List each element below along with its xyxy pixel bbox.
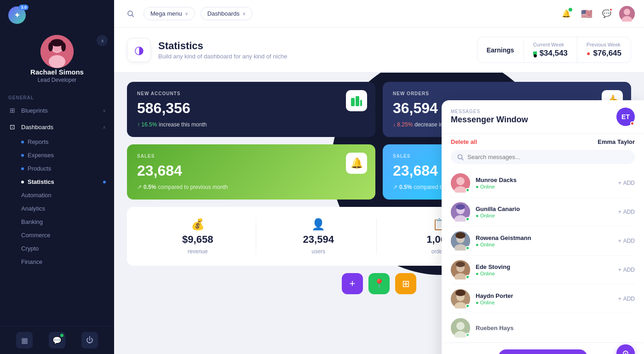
search-btn[interactable] bbox=[123, 6, 138, 21]
contact-online-dot bbox=[466, 304, 470, 308]
contact-name: Ede Stoving bbox=[476, 263, 613, 270]
add-contact-icon: + bbox=[618, 238, 621, 244]
svg-rect-14 bbox=[360, 100, 362, 106]
dashboards-btn[interactable]: Dashboards ∨ bbox=[201, 7, 253, 20]
calendar-btn[interactable]: ▦ bbox=[16, 332, 33, 348]
page-title: Statistics bbox=[158, 40, 287, 52]
svg-point-31 bbox=[456, 262, 465, 267]
crypto-label: Crypto bbox=[21, 245, 39, 252]
notifications-btn[interactable]: 🔔 bbox=[558, 6, 574, 22]
table-action-btn[interactable]: ⊞ bbox=[395, 273, 416, 294]
sidebar-item-dashboards[interactable]: ⊡ Dashboards ∧ bbox=[0, 119, 114, 135]
logo-icon: ✦ 3.0 bbox=[8, 6, 26, 24]
messenger-notification-dot bbox=[630, 121, 634, 126]
sidebar-profile: ∧ Rachael Simons Lead Developer bbox=[0, 30, 114, 91]
chat-icon: 💬 bbox=[52, 336, 62, 345]
sidebar-item-reports[interactable]: Reports bbox=[21, 135, 114, 148]
contact-online-dot bbox=[466, 217, 470, 221]
messages-btn[interactable]: 💬 bbox=[599, 6, 615, 22]
sidebar-item-analytics[interactable]: Analytics bbox=[21, 202, 114, 215]
mini-stat-revenue: 💰 $9,658 revenue bbox=[140, 218, 256, 255]
blueprints-chevron-icon: ∨ bbox=[103, 108, 106, 113]
stat-change-accounts: ↑ 16.5% increase this month bbox=[137, 121, 365, 128]
delete-all-btn[interactable]: Delete all bbox=[451, 138, 477, 145]
contact-avatar bbox=[451, 202, 470, 222]
sidebar-item-commerce[interactable]: Commerce bbox=[21, 228, 114, 242]
users-icon: 👤 bbox=[311, 218, 325, 231]
calendar-icon: ▦ bbox=[21, 336, 28, 345]
reports-dot bbox=[21, 141, 24, 143]
add-contact-icon: + bbox=[618, 209, 621, 215]
stat-label-sales-green: SALES bbox=[137, 154, 365, 159]
add-contact-btn[interactable]: + ADD bbox=[618, 209, 635, 215]
dashboards-chevron-icon: ∨ bbox=[242, 11, 246, 16]
current-week-label: Current Week bbox=[533, 42, 568, 47]
contact-status: ● Online bbox=[476, 271, 613, 276]
stat-label-accounts: NEW ACCOUNTS bbox=[137, 91, 365, 96]
view-all-participants-btn[interactable]: View all participants → bbox=[498, 349, 587, 354]
contact-name: Rowena Geistmann bbox=[476, 234, 613, 241]
products-label: Products bbox=[28, 165, 51, 172]
topbar-right: 🔔 🇺🇸 💬 bbox=[558, 6, 635, 22]
sidebar-logo: ✦ 3.0 bbox=[0, 0, 114, 30]
contact-status: ● Online bbox=[476, 213, 613, 218]
location-action-btn[interactable]: 📍 bbox=[368, 273, 390, 294]
contact-info: Gunilla Canario ● Online bbox=[476, 206, 613, 218]
chat-btn[interactable]: 💬 bbox=[49, 332, 65, 348]
contact-online-dot bbox=[466, 188, 470, 192]
contact-info: Haydn Porter ● Online bbox=[476, 292, 613, 305]
messenger-user-avatar[interactable]: ET bbox=[616, 108, 635, 126]
contact-name: Haydn Porter bbox=[476, 292, 613, 299]
sidebar-item-automation[interactable]: Automation bbox=[21, 188, 114, 202]
add-icon: + bbox=[350, 278, 356, 290]
sidebar-item-blueprints[interactable]: ⊞ Blueprints ∨ bbox=[0, 102, 114, 119]
stat-value-accounts: 586,356 bbox=[137, 100, 365, 117]
sidebar-item-expenses[interactable]: Expenses bbox=[21, 148, 114, 162]
add-action-btn[interactable]: + bbox=[342, 273, 363, 294]
sidebar-item-products[interactable]: Products bbox=[21, 162, 114, 175]
svg-rect-12 bbox=[351, 98, 355, 106]
sidebar-item-banking[interactable]: Banking bbox=[21, 215, 114, 228]
power-btn[interactable]: ⏻ bbox=[81, 332, 98, 348]
sidebar-item-crypto[interactable]: Crypto bbox=[21, 242, 114, 255]
add-contact-icon: + bbox=[618, 296, 621, 302]
expenses-dot bbox=[21, 154, 24, 157]
settings-icon: ⚙ bbox=[622, 348, 629, 354]
add-contact-btn[interactable]: + ADD bbox=[618, 267, 635, 273]
messenger-search-input[interactable] bbox=[467, 154, 628, 160]
mega-menu-btn[interactable]: Mega menu ∨ bbox=[144, 7, 195, 20]
dashboards-submenu: Reports Expenses Products Statistics Aut… bbox=[0, 135, 114, 268]
stat-card-new-accounts: NEW ACCOUNTS 586,356 ↑ 16.5% increase th… bbox=[127, 82, 375, 137]
svg-rect-13 bbox=[356, 96, 359, 106]
user-avatar[interactable] bbox=[619, 6, 635, 22]
page-header-icon: ◑ bbox=[127, 38, 151, 62]
earnings-widget: Earnings Current Week ● $34,543 Previous… bbox=[477, 37, 631, 63]
svg-point-18 bbox=[456, 177, 465, 185]
topbar: Mega menu ∨ Dashboards ∨ 🔔 🇺🇸 💬 bbox=[114, 0, 644, 28]
messenger-header: MESSAGES Messenger Window ET bbox=[442, 100, 644, 134]
messenger-toolbar: Delete all Emma Taylor bbox=[442, 134, 644, 150]
contact-info: Rueben Hays bbox=[476, 325, 635, 331]
profile-name: Rachael Simons bbox=[30, 68, 84, 76]
add-contact-btn[interactable]: + ADD bbox=[618, 180, 635, 186]
statistics-icon: ◑ bbox=[134, 44, 144, 57]
svg-point-2 bbox=[49, 55, 65, 68]
sidebar-item-finance[interactable]: Finance bbox=[21, 255, 114, 268]
sidebar-item-statistics[interactable]: Statistics bbox=[21, 175, 114, 188]
previous-week-value-row: ● $76,645 bbox=[586, 49, 621, 58]
users-value: 23,594 bbox=[303, 234, 334, 246]
expenses-label: Expenses bbox=[28, 152, 54, 159]
add-contact-btn[interactable]: + ADD bbox=[618, 238, 635, 244]
contact-online-dot bbox=[466, 246, 470, 250]
add-contact-btn[interactable]: + ADD bbox=[618, 296, 635, 302]
profile-collapse-btn[interactable]: ∧ bbox=[97, 35, 108, 46]
contact-avatar bbox=[451, 318, 470, 337]
svg-point-27 bbox=[455, 232, 466, 239]
logo-version-badge: 3.0 bbox=[19, 5, 29, 10]
content-area: ◑ Statistics Build any kind of dashboard… bbox=[114, 28, 644, 354]
contact-name: Gunilla Canario bbox=[476, 206, 613, 212]
mega-menu-chevron-icon: ∨ bbox=[185, 11, 188, 16]
flag-btn[interactable]: 🇺🇸 bbox=[579, 6, 594, 22]
automation-label: Automation bbox=[21, 192, 52, 199]
contact-name: Rueben Hays bbox=[476, 325, 635, 331]
